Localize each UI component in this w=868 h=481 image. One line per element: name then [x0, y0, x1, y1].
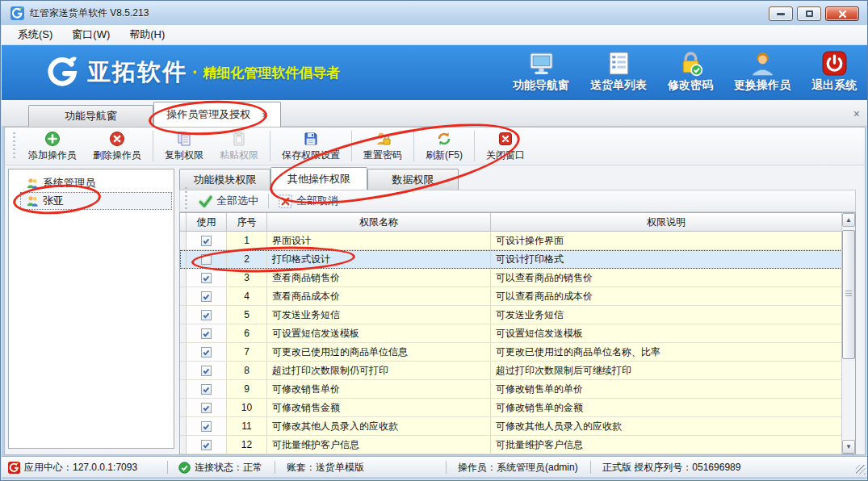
permission-name-cell: 可设置短信发送模板: [267, 324, 491, 343]
minimize-button[interactable]: [769, 6, 793, 21]
banner-action-exit-system[interactable]: 退出系统: [811, 50, 857, 93]
checkbox-checked[interactable]: [201, 440, 212, 450]
toolbar-button-label: 添加操作员: [28, 148, 77, 162]
table-row[interactable]: 9可修改销售单价可修改销售单的单价: [180, 380, 855, 399]
status-operator: 操作员：系统管理员(admin): [458, 457, 578, 478]
banner-action-function-nav-window[interactable]: 功能导航窗: [513, 50, 569, 93]
vertical-scrollbar[interactable]: ▲ ▼: [841, 213, 855, 454]
checkbox-checked[interactable]: [201, 384, 212, 395]
checkbox-checked[interactable]: [201, 366, 212, 376]
tab-data-permissions[interactable]: 数据权限: [367, 169, 459, 190]
window-title: 红管家送货单软件 V8.5.213: [30, 6, 149, 20]
refresh-button[interactable]: 刷新(F5): [417, 128, 471, 165]
deselect-all-button[interactable]: 全部取消: [272, 192, 345, 210]
scroll-down-icon[interactable]: ▼: [842, 440, 855, 454]
banner-action-change-password[interactable]: 修改密码: [668, 50, 713, 93]
add-operator-button[interactable]: 添加操作员: [20, 128, 85, 165]
table-row[interactable]: 2打印格式设计可设计打印格式: [180, 250, 855, 269]
checkbox-unchecked[interactable]: [201, 254, 212, 265]
permission-name-cell: 可修改销售单价: [267, 380, 491, 399]
license-text: 正式版 授权序列号：051696989: [602, 461, 740, 475]
close-window-button[interactable]: 关闭窗口: [478, 128, 533, 165]
table-row[interactable]: 5可发送业务短信可发送业务短信: [180, 306, 855, 324]
serial-cell: 5: [227, 306, 267, 324]
use-cell: [187, 287, 227, 306]
reset-password-button[interactable]: 重置密码: [355, 128, 410, 165]
table-row[interactable]: 3查看商品销售价可以查看商品的销售价: [180, 269, 855, 287]
checkbox-checked[interactable]: [201, 347, 212, 358]
tab-function-nav[interactable]: 功能导航窗: [28, 105, 153, 127]
table-row[interactable]: 4查看商品成本价可以查看商品的成本价: [180, 287, 855, 306]
operator-text: 操作员：系统管理员(admin): [458, 461, 578, 475]
menu-item-0[interactable]: 系统(S): [10, 26, 61, 44]
use-cell: [187, 306, 227, 324]
scrollbar-thumb[interactable]: [842, 230, 855, 359]
table-row[interactable]: 10可修改销售金额可修改销售单的金额: [180, 399, 855, 417]
banner-action-switch-operator[interactable]: 更换操作员: [734, 50, 790, 93]
resize-grip-icon[interactable]: [856, 465, 866, 475]
tab-label: 操作员管理及授权: [166, 107, 250, 122]
save-permission-settings-button[interactable]: 保存权限设置: [274, 128, 348, 165]
menu-item-1[interactable]: 窗口(W): [64, 26, 118, 44]
tab-close-icon[interactable]: ×: [262, 109, 268, 121]
column-header-权限说明[interactable]: 权限说明: [491, 213, 842, 232]
copy-permission-button[interactable]: 复制权限: [157, 128, 212, 165]
tree-item-张亚[interactable]: 张亚: [20, 192, 172, 210]
refresh-icon: [436, 131, 452, 147]
checkbox-checked[interactable]: [201, 310, 212, 320]
column-header-权限名称[interactable]: 权限名称: [267, 213, 491, 232]
deselect-all-label: 全部取消: [296, 194, 338, 208]
status-connection: 连接状态：正常: [178, 457, 262, 478]
maximize-icon: [806, 10, 813, 17]
checkbox-checked[interactable]: [201, 291, 212, 302]
title-bar[interactable]: 红管家送货单软件 V8.5.213: [1, 1, 868, 25]
row-indicator-cell: [180, 436, 187, 454]
tab-module-permissions[interactable]: 功能模块权限: [179, 169, 270, 190]
tab-operator-management[interactable]: 操作员管理及授权×: [153, 102, 281, 127]
menu-item-2[interactable]: 帮助(H): [121, 26, 173, 44]
close-icon: [838, 10, 847, 19]
permission-desc-cell: 可修改销售单的金额: [491, 399, 842, 417]
table-row[interactable]: 12可批量维护客户信息可批量维护客户信息: [180, 436, 855, 454]
scroll-up-icon[interactable]: ▲: [842, 213, 855, 227]
banner: 亚拓软件 · 精细化管理软件倡导者 功能导航窗送货单列表修改密码更换操作员退出系…: [2, 45, 868, 100]
row-indicator-cell: [180, 362, 187, 380]
row-indicator-cell: [180, 324, 187, 343]
table-body: 1界面设计可设计操作界面2打印格式设计可设计打印格式3查看商品销售价可以查看商品…: [180, 232, 855, 454]
brand-logo-icon: [44, 54, 81, 91]
separator: [446, 461, 447, 474]
reset-password-icon: [375, 131, 391, 147]
toolbar-button-label: 关闭窗口: [486, 148, 525, 162]
permission-desc-cell: 可批量维护客户信息: [491, 436, 842, 454]
separator: [413, 131, 414, 161]
save-permission-icon: [303, 131, 319, 147]
checkbox-checked[interactable]: [201, 236, 212, 246]
banner-action-label: 更换操作员: [734, 78, 790, 93]
checkbox-checked[interactable]: [201, 403, 212, 413]
table-row[interactable]: 7可更改已使用过的商品单位信息可更改已使用过的商品单位名称、比率: [180, 343, 855, 362]
table-row[interactable]: 1界面设计可设计操作界面: [180, 232, 855, 250]
use-cell: [187, 362, 227, 380]
use-cell: [187, 232, 227, 250]
checkbox-checked[interactable]: [201, 328, 212, 339]
banner-action-delivery-order-list[interactable]: 送货单列表: [590, 50, 647, 93]
tree-item-label: 张亚: [43, 194, 64, 208]
tab-other-operation-permissions[interactable]: 其他操作权限: [270, 167, 367, 190]
table-row[interactable]: 8超过打印次数限制仍可打印超过打印次数限制后可继续打印: [180, 362, 855, 380]
checkbox-checked[interactable]: [201, 421, 212, 432]
maximize-button[interactable]: [797, 6, 821, 21]
column-header-使用[interactable]: 使用: [187, 213, 227, 232]
tabstrip-close-icon[interactable]: ×: [853, 107, 860, 120]
tree-item-系统管理员[interactable]: 系统管理员: [20, 174, 172, 192]
permission-desc-cell: 可修改其他人员录入的应收款: [491, 417, 842, 436]
delete-operator-button[interactable]: 删除操作员: [85, 128, 149, 165]
permission-panel: 功能模块权限其他操作权限数据权限 全部选中 全部取消: [179, 167, 856, 454]
table-row[interactable]: 6可设置短信发送模板可设置短信发送模板: [180, 324, 855, 343]
close-button[interactable]: [825, 6, 859, 21]
table-row[interactable]: 11可修改其他人员录入的应收款可修改其他人员录入的应收款: [180, 417, 855, 436]
serial-cell: 3: [227, 269, 267, 287]
column-header-序号[interactable]: 序号: [227, 213, 267, 232]
select-all-button[interactable]: 全部选中: [192, 192, 265, 210]
permission-name-cell: 可更改已使用过的商品单位信息: [267, 343, 491, 362]
checkbox-checked[interactable]: [201, 273, 212, 283]
